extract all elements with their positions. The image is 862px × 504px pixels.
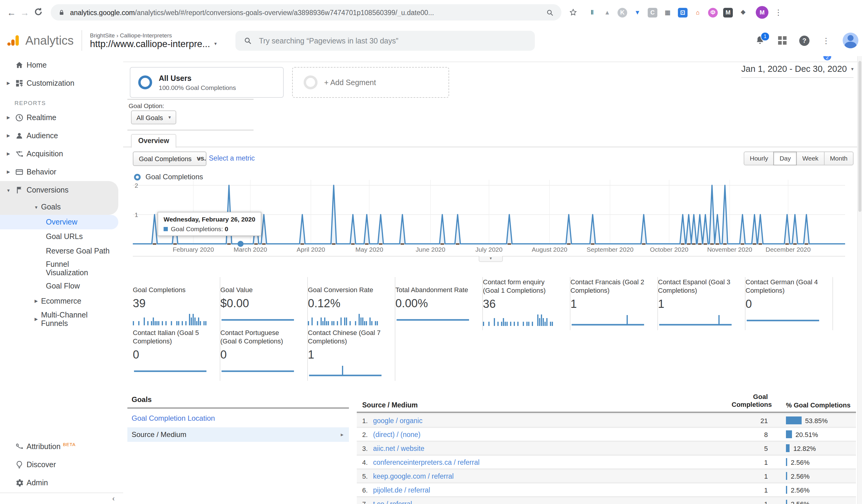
ext-m-icon[interactable]: M (723, 8, 733, 17)
ext-c-icon[interactable]: C (648, 8, 657, 17)
sidebar-item-goals[interactable]: ▼Goals (0, 199, 118, 215)
chevron-right-icon[interactable]: ▶ (5, 115, 12, 120)
granularity-hourly-button[interactable]: Hourly (744, 151, 774, 165)
ext-power-icon[interactable]: Φ (708, 8, 718, 17)
chevron-right-icon[interactable]: ▶ (5, 81, 12, 86)
sidebar-item-admin[interactable]: Admin (0, 474, 123, 492)
ext-pin-icon[interactable]: ▼ (632, 8, 642, 17)
apps-grid-icon[interactable] (778, 36, 786, 45)
ext-k-icon[interactable]: K (617, 8, 627, 17)
chevron-right-icon[interactable]: ▶ (33, 299, 39, 304)
ext-sidebar-icon[interactable]: ‖ (587, 8, 597, 17)
goal-option-select[interactable]: All Goals ▾ (131, 110, 176, 124)
source-medium-link[interactable]: aiic.net / website (373, 445, 732, 452)
chevron-right-icon[interactable]: ▶ (5, 133, 12, 138)
ext-drive-icon[interactable]: ▲ (602, 8, 612, 17)
chevron-right-icon[interactable]: ▶ (5, 151, 12, 156)
scorecard-total-abandonment-rate[interactable]: Total Abandonment Rate0.00% (395, 277, 483, 330)
header-dimension[interactable]: Source / Medium (362, 402, 732, 409)
sidebar-item-behavior[interactable]: ▶Behavior (0, 163, 123, 181)
granularity-month-button[interactable]: Month (824, 151, 853, 165)
sidebar-item-customization[interactable]: ▶Customization (0, 74, 123, 92)
source-medium-link[interactable]: (direct) / (none) (373, 431, 732, 438)
browser-profile-avatar[interactable]: M (756, 6, 768, 19)
scorecard-contact-espanol-goal-3-completions-[interactable]: Contact Espanol (Goal 3 Completions)1 (658, 277, 745, 330)
ext-tag-icon[interactable]: ⊡ (678, 8, 688, 17)
sidebar-item-conversions[interactable]: ▼Conversions (0, 181, 118, 199)
source-medium-link[interactable]: keep.google.com / referral (373, 473, 732, 480)
goal-completions-value: 1 (732, 459, 768, 466)
chevron-right-icon[interactable]: ▶ (33, 317, 39, 322)
scorecard-goal-value[interactable]: Goal Value$0.00 (220, 277, 308, 330)
sidebar-item-audience[interactable]: ▶Audience (0, 127, 123, 145)
scrollbar[interactable] (857, 56, 862, 504)
search-input[interactable]: Try searching “Pageviews in last 30 days… (235, 31, 535, 51)
analytics-logo-icon[interactable] (6, 32, 22, 48)
view-selector[interactable]: http://www.calliope-interpre... ▾ (90, 38, 217, 49)
sidebar-item-acquisition[interactable]: ▶Acquisition (0, 145, 123, 163)
zoom-icon[interactable] (546, 8, 554, 17)
ext-lighthouse-icon[interactable]: ⌂ (693, 8, 703, 17)
sidebar-item-attribution[interactable]: AttributionBETA (0, 438, 123, 456)
source-medium-link[interactable]: conferenceinterpreters.ca / referral (373, 459, 732, 466)
more-options-icon[interactable]: ⋮ (822, 36, 830, 45)
segment-all-users[interactable]: All Users 100.00% Goal Completions (130, 67, 284, 98)
segment-title: All Users (159, 74, 236, 82)
ext-map-icon[interactable]: ▦ (663, 8, 672, 17)
user-avatar[interactable] (843, 32, 858, 48)
sidebar-item-discover[interactable]: Discover (0, 456, 123, 474)
scorecard-contact-form-enquiry-goal-1-completions-[interactable]: Contact form enquiry (Goal 1 Completions… (483, 277, 571, 330)
ext-puzzle-icon[interactable]: ❖ (738, 8, 748, 17)
bookmark-star-icon[interactable] (569, 8, 578, 17)
metric-dropdown[interactable]: Goal Completions ▾ (133, 151, 207, 166)
scorecard-contact-francais-goal-2-completions-[interactable]: Contact Francais (Goal 2 Completions)1 (571, 277, 658, 330)
chevron-down-icon[interactable]: ▼ (33, 205, 39, 209)
account-breadcrumb[interactable]: BrightSite › Calliope-Interpreters http:… (90, 32, 217, 49)
sidebar-item-multi-channel-funnels[interactable]: ▶Multi-Channel Funnels (0, 309, 123, 330)
sidebar-item-realtime[interactable]: ▶Realtime (0, 109, 123, 127)
source-medium-selected[interactable]: Source / Medium ▸ (127, 427, 349, 442)
tab-overview[interactable]: Overview (131, 134, 176, 148)
source-medium-link[interactable]: t.co / referral (373, 500, 732, 504)
sidebar-item-ecommerce[interactable]: ▶Ecommerce (0, 293, 123, 309)
chart-expander[interactable]: ▼ (479, 256, 503, 262)
svg-text:April 2020: April 2020 (297, 246, 325, 253)
browser-menu-icon[interactable]: ⋮ (774, 8, 782, 17)
sidebar-item-label: Overview (46, 218, 77, 227)
scorecard-contact-german-goal-4-completions-[interactable]: Contact German (Goal 4 Completions)0 (745, 277, 833, 330)
sparkline (220, 313, 296, 327)
sidebar-item-goal-flow[interactable]: Goal Flow (0, 279, 123, 293)
granularity-week-button[interactable]: Week (796, 151, 824, 165)
scorecard-contact-portuguese-goal-6-completions-[interactable]: Contact Portuguese (Goal 6 Completions)0 (220, 328, 308, 381)
header-pct-goal-completions[interactable]: % Goal Completions (786, 402, 856, 409)
scorecard-goal-completions[interactable]: Goal Completions39 (133, 277, 220, 330)
sidebar-item-funnel-visualization[interactable]: Funnel Visualization (0, 258, 123, 279)
add-segment-button[interactable]: + Add Segment (292, 67, 449, 98)
refresh-icon[interactable] (31, 7, 45, 18)
help-icon[interactable]: ? (799, 35, 809, 45)
url-bar[interactable]: analytics.google.com/analytics/web/#/rep… (51, 4, 561, 21)
source-medium-link[interactable]: pijollet.de / referral (373, 487, 732, 494)
select-metric-link[interactable]: Select a metric (209, 155, 255, 162)
granularity-day-button[interactable]: Day (773, 151, 797, 165)
scorecard-contact-chinese-goal-7-completions-[interactable]: Contact Chinese (Goal 7 Completions)1 (308, 328, 395, 381)
header-goal-completions[interactable]: Goal Completions (732, 393, 768, 409)
lock-icon (58, 9, 65, 16)
sidebar-item-home[interactable]: Home (0, 56, 123, 74)
scorecard-goal-conversion-rate[interactable]: Goal Conversion Rate0.12% (308, 277, 395, 330)
back-icon[interactable]: ← (5, 7, 18, 17)
date-range-selector[interactable]: Jan 1, 2020 - Dec 30, 2020 ▾ (741, 64, 853, 78)
chevron-down-icon[interactable]: ▼ (5, 188, 12, 192)
forward-icon[interactable]: → (18, 7, 31, 17)
sidebar-item-goal-urls[interactable]: Goal URLs (0, 229, 123, 244)
sidebar-item-reverse-goal-path[interactable]: Reverse Goal Path (0, 244, 123, 258)
sidebar-collapse-button[interactable]: ‹ (0, 492, 123, 504)
scrollbar-thumb[interactable] (858, 61, 861, 212)
scorecard-contact-italian-goal-5-completions-[interactable]: Contact Italian (Goal 5 Completions)0 (133, 328, 220, 381)
notifications-button[interactable]: 1 (755, 35, 766, 46)
source-medium-link[interactable]: google / organic (373, 417, 732, 424)
goal-completion-location-link[interactable]: Goal Completion Location (127, 409, 349, 427)
row-rank: 1. (362, 417, 373, 424)
chevron-right-icon[interactable]: ▶ (5, 170, 12, 174)
sidebar-item-overview[interactable]: Overview (0, 215, 118, 229)
